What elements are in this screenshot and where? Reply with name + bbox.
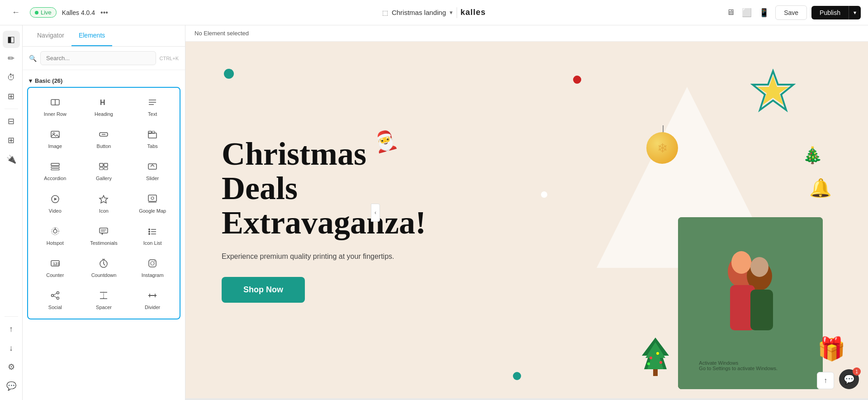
video-label: Video xyxy=(49,208,62,214)
element-item-button[interactable]: Button xyxy=(81,124,128,154)
svg-rect-6 xyxy=(51,131,59,138)
element-item-counter[interactable]: 123Counter xyxy=(32,252,79,283)
sidebar-icon-templates[interactable]: ⊟ xyxy=(3,113,20,130)
sidebar-icon-plugin[interactable]: 🔌 xyxy=(3,151,20,168)
svg-rect-18 xyxy=(100,167,103,170)
elements-panel: Navigator Elements 🔍 CTRL+K ▾ Basic (26)… xyxy=(23,25,185,400)
element-item-divider[interactable]: Divider xyxy=(129,285,176,315)
sidebar-icon-widgets[interactable]: ⊞ xyxy=(3,88,20,105)
sidebar-divider-1 xyxy=(5,109,18,109)
sidebar-icon-settings[interactable]: ⚙ xyxy=(3,358,20,376)
yellow-ornament: ❄ xyxy=(646,132,678,164)
svg-rect-13 xyxy=(51,163,59,166)
desktop-view-button[interactable]: 🖥 xyxy=(725,6,736,19)
element-item-icon-list[interactable]: Icon List xyxy=(129,220,176,251)
publish-arrow-button[interactable]: ▾ xyxy=(849,6,861,19)
search-input[interactable] xyxy=(40,51,156,65)
publish-button[interactable]: Publish xyxy=(811,6,849,19)
sidebar-icon-chat[interactable]: 💬 xyxy=(3,377,20,395)
heading-icon: H xyxy=(97,96,110,109)
svg-text:H: H xyxy=(100,99,105,106)
testimonials-icon xyxy=(97,225,110,238)
panel-collapse-button[interactable]: ‹ xyxy=(371,204,380,222)
svg-rect-11 xyxy=(148,131,152,133)
elements-section-header[interactable]: ▾ Basic (26) xyxy=(27,75,180,87)
svg-point-45 xyxy=(151,262,154,265)
sidebar-icon-upload[interactable]: ↑ xyxy=(3,320,20,338)
social-label: Social xyxy=(48,305,62,310)
element-item-instagram[interactable]: Instagram xyxy=(129,252,176,283)
main-layout: ◧ ✏ ⏱ ⊞ ⊟ ⊞ 🔌 ↑ ↓ ⚙ xyxy=(0,25,868,400)
panel-tabs: Navigator Elements xyxy=(23,25,185,47)
element-item-tabs[interactable]: Tabs xyxy=(129,124,176,154)
slider-icon xyxy=(146,160,159,173)
tablet-view-button[interactable]: ⬜ xyxy=(740,6,754,19)
topbar-divider xyxy=(456,7,457,18)
chat-widget[interactable]: 💬 1 xyxy=(839,369,859,389)
element-item-heading[interactable]: HHeading xyxy=(81,91,128,122)
instagram-icon xyxy=(146,257,159,270)
svg-point-34 xyxy=(148,229,150,230)
chat-widget-icon: 💬 xyxy=(844,374,855,385)
sidebar-icon-layers[interactable]: ◧ xyxy=(3,31,20,48)
element-item-text[interactable]: Text xyxy=(129,91,176,122)
element-item-icon[interactable]: Icon xyxy=(81,188,128,219)
divider-label: Divider xyxy=(145,305,160,310)
search-shortcut: CTRL+K xyxy=(160,56,179,61)
instagram-label: Instagram xyxy=(142,272,164,278)
mobile-view-button[interactable]: 📱 xyxy=(757,6,771,19)
element-item-inner-row[interactable]: Inner Row xyxy=(32,91,79,122)
gallery-label: Gallery xyxy=(96,176,112,181)
counter-icon: 123 xyxy=(49,257,62,270)
svg-point-66 xyxy=(750,257,768,277)
teal-dot-1 xyxy=(224,69,234,79)
element-item-accordion[interactable]: Accordion xyxy=(32,156,79,186)
page-dropdown-button[interactable]: ▾ xyxy=(450,9,453,16)
heading-label: Heading xyxy=(95,111,113,117)
templates-icon: ⊟ xyxy=(8,116,14,126)
element-item-slider[interactable]: Slider xyxy=(129,156,176,186)
tabs-icon xyxy=(146,128,159,141)
svg-point-25 xyxy=(151,197,154,200)
element-item-testimonials[interactable]: Testimonials xyxy=(81,220,128,251)
element-item-spacer[interactable]: Spacer xyxy=(81,285,128,315)
element-item-countdown[interactable]: Countdown xyxy=(81,252,128,283)
chat-icon: 💬 xyxy=(6,381,16,391)
live-label: Live xyxy=(41,9,52,16)
no-element-text: No Element selected xyxy=(194,30,249,37)
canvas-area: No Element selected 🎅 ChristmasDealsExtr… xyxy=(185,25,868,400)
back-button[interactable]: ← xyxy=(7,4,24,21)
back-icon: ← xyxy=(12,8,20,17)
sidebar-icon-style[interactable]: ✏ xyxy=(3,50,20,67)
element-item-hotspot[interactable]: Hotspot xyxy=(32,220,79,251)
element-item-google-map[interactable]: Google Map xyxy=(129,188,176,219)
page-icon: ⬚ xyxy=(382,9,388,16)
tab-navigator[interactable]: Navigator xyxy=(30,25,71,46)
shop-now-button[interactable]: Shop Now xyxy=(222,277,305,303)
device-icons: 🖥 ⬜ 📱 xyxy=(725,6,771,19)
social-icon xyxy=(49,289,62,302)
sidebar-bottom: ↑ ↓ ⚙ 💬 xyxy=(3,314,20,395)
element-item-image[interactable]: Image xyxy=(32,124,79,154)
green-ornament: 🎄 xyxy=(802,146,823,165)
save-button[interactable]: Save xyxy=(775,5,807,20)
scroll-up-button[interactable]: ↑ xyxy=(817,372,834,389)
sidebar-icon-history[interactable]: ⏱ xyxy=(3,69,20,86)
element-item-social[interactable]: Social xyxy=(32,285,79,315)
element-item-gallery[interactable]: Gallery xyxy=(81,156,128,186)
svg-point-36 xyxy=(148,231,150,233)
element-item-video[interactable]: Video xyxy=(32,188,79,219)
settings-icon: ⚙ xyxy=(8,362,15,372)
slider-label: Slider xyxy=(146,176,159,181)
tab-elements[interactable]: Elements xyxy=(71,25,112,46)
video-icon xyxy=(49,193,62,205)
more-button[interactable]: ••• xyxy=(100,9,108,17)
svg-rect-30 xyxy=(100,228,108,233)
divider-icon xyxy=(146,289,159,302)
hotspot-label: Hotspot xyxy=(47,240,64,246)
sidebar-icon-download[interactable]: ↓ xyxy=(3,339,20,357)
sidebar-icon-grid[interactable]: ⊞ xyxy=(3,132,20,149)
windows-line2: Go to Settings to activate Windows. xyxy=(699,366,778,371)
chat-badge: 1 xyxy=(853,367,861,376)
hotspot-icon xyxy=(49,225,62,238)
